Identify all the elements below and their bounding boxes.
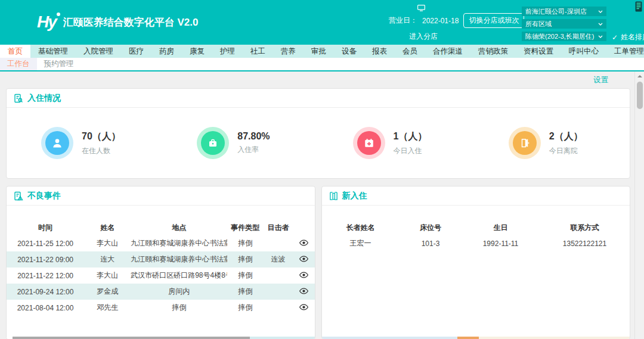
subnav-item-reservation-mgmt[interactable]: 预约管理 — [37, 58, 81, 70]
nav-item-work-orders[interactable]: 工单管理 — [606, 45, 644, 58]
building-icon[interactable] — [635, 1, 642, 12]
document-warning-icon — [14, 191, 23, 201]
settings-row: 设置 — [0, 71, 644, 88]
area-select[interactable]: 所有区域 — [522, 19, 606, 29]
nav-item-home[interactable]: 首页 — [0, 45, 30, 58]
stat-label: 在住人数 — [82, 146, 121, 156]
settings-link[interactable]: 设置 — [593, 75, 608, 85]
nav-item-members[interactable]: 会员 — [395, 45, 425, 58]
horizontal-scrollbar[interactable] — [7, 337, 315, 339]
col-contact: 联系方式 — [540, 220, 630, 235]
nav-item-partner-channels[interactable]: 合作渠道 — [425, 45, 470, 58]
enter-store-link[interactable]: 进入分店 — [409, 32, 501, 42]
new-checkins-table: 长者姓名 床位号 生日 联系方式 王宏一 101-3 1992-11-11 13… — [322, 220, 630, 251]
stat-label: 今日入住 — [394, 146, 428, 156]
col-witness: 目击者 — [263, 220, 293, 235]
stat-today-discharges: 2（人） 今日离院 — [474, 127, 630, 159]
nav-item-admission-mgmt[interactable]: 入院管理 — [76, 45, 121, 58]
logo-dot-icon — [57, 13, 60, 16]
eye-icon — [299, 240, 308, 246]
col-time: 时间 — [7, 220, 84, 235]
table-header-row: 长者姓名 床位号 生日 联系方式 — [322, 220, 630, 235]
nav-item-approval[interactable]: 审批 — [304, 45, 334, 58]
nav-item-call-center[interactable]: 呼叫中心 — [561, 45, 606, 58]
logo: Hy 汇颐医养结合数字化平台 V2.0 — [37, 13, 199, 31]
logo-mark: Hy — [37, 13, 56, 31]
business-day-label: 营业日： — [389, 15, 417, 26]
col-birthday: 生日 — [462, 220, 540, 235]
view-event-button[interactable] — [299, 304, 308, 310]
check-icon: ✓ — [612, 33, 618, 42]
eye-icon — [299, 304, 308, 310]
eye-icon — [299, 256, 308, 262]
nav-item-equipment[interactable]: 设备 — [334, 45, 364, 58]
person-icon — [51, 137, 63, 149]
view-event-button[interactable] — [299, 272, 308, 278]
nav-item-data-settings[interactable]: 资料设置 — [516, 45, 561, 58]
briefcase-icon — [208, 138, 218, 148]
stat-today-checkins: 1（人） 今日入住 — [318, 127, 474, 159]
new-checkins-header: 新入住 — [322, 186, 630, 206]
scroll-up-button[interactable] — [635, 71, 644, 80]
calendar-icon — [364, 138, 374, 148]
scroll-up-icon — [637, 75, 642, 77]
occupancy-panel: 入住情况 70（人） 在住人数 87.80% 入住率 — [6, 88, 630, 179]
store-select[interactable]: 前海汇颐公司-深圳店 — [522, 7, 606, 16]
nav-item-pharmacy[interactable]: 药房 — [151, 45, 182, 58]
switch-store-shift-button[interactable]: 切换分店或班次 — [463, 13, 524, 28]
occupancy-panel-title: 入住情况 — [27, 93, 61, 104]
subnav-item-workbench[interactable]: 工作台 — [0, 58, 37, 70]
nav-item-nursing[interactable]: 护理 — [212, 45, 243, 58]
scrollbar-thumb[interactable] — [637, 82, 643, 109]
header-selects: 前海汇颐公司-深圳店 所有区域 陈德荣(202-3,长期居住) — [522, 7, 606, 41]
col-place: 地点 — [131, 220, 227, 235]
table-row: 王宏一 101-3 1992-11-11 13522122121 — [322, 235, 630, 251]
stat-value: 2（人） — [549, 130, 583, 143]
panels-row: 不良事件 时间 姓名 地点 事件类型 目击者 2021-11-2 — [6, 186, 630, 339]
nav-item-medical[interactable]: 医疗 — [121, 45, 151, 58]
view-event-button[interactable] — [299, 256, 308, 262]
nav-item-marketing-policy[interactable]: 营销政策 — [470, 45, 516, 58]
col-name: 姓名 — [84, 220, 131, 235]
new-checkins-title: 新入住 — [342, 191, 367, 201]
resident-select[interactable]: 陈德荣(202-3,长期居住) — [522, 32, 606, 41]
stat-label: 入住率 — [237, 145, 270, 155]
view-event-button[interactable] — [299, 288, 308, 294]
col-elder-name: 长者姓名 — [322, 220, 400, 235]
adverse-events-header: 不良事件 — [7, 186, 315, 206]
stat-label: 今日离院 — [549, 146, 583, 156]
business-day-value: 2022-01-18 — [422, 17, 459, 25]
horizontal-scrollbar[interactable] — [322, 337, 630, 339]
name-sort-checkbox[interactable]: ✓ 姓名排序 — [612, 32, 644, 42]
occupancy-stats: 70（人） 在住人数 87.80% 入住率 1（人） — [7, 108, 630, 178]
nav-item-reports[interactable]: 报表 — [364, 45, 395, 58]
chevron-down-icon — [598, 10, 603, 13]
nav-item-basic-mgmt[interactable]: 基础管理 — [30, 45, 76, 58]
table-row: 2021-11-25 12:00 李大山 九江颐和赛城湖康养中心书法室 摔倒 — [7, 235, 315, 251]
occupancy-panel-header: 入住情况 — [7, 89, 630, 108]
app-title: 汇颐医养结合数字化平台 V2.0 — [63, 15, 199, 29]
col-event-type: 事件类型 — [227, 220, 263, 235]
view-event-button[interactable] — [299, 240, 308, 246]
monitor-icon — [417, 5, 425, 11]
chevron-down-icon — [598, 35, 603, 38]
stat-value: 87.80% — [237, 131, 270, 142]
business-day-block: 营业日：2022-01-18 切换分店或班次 进入分店 — [389, 5, 501, 42]
new-checkins-panel: 新入住 长者姓名 床位号 生日 联系方式 王宏一 101-3 19 — [321, 186, 631, 339]
table-row: 2021-08-04 12:00 邓先生 摔倒 摔倒 — [7, 300, 315, 316]
eye-icon — [299, 272, 308, 278]
stat-value: 70（人） — [82, 130, 121, 143]
document-search-icon — [14, 94, 23, 103]
table-row: 2021-11-22 12:00 李大山 武汉市硚口区硚口路98号4楼8号 摔倒 — [7, 268, 315, 284]
col-actions — [293, 220, 314, 235]
table-row: 2021-09-24 12:00 罗金成 房间内 摔倒 — [7, 284, 315, 300]
vertical-scrollbar[interactable] — [634, 71, 644, 339]
nav-item-social-work[interactable]: 社工 — [243, 45, 273, 58]
door-icon — [329, 191, 338, 201]
stat-value: 1（人） — [394, 130, 428, 143]
table-header-row: 时间 姓名 地点 事件类型 目击者 — [7, 220, 315, 235]
nav-item-nutrition[interactable]: 营养 — [273, 45, 304, 58]
nav-item-rehab[interactable]: 康复 — [182, 45, 212, 58]
name-sort-label: 姓名排序 — [621, 32, 644, 42]
adverse-events-table: 时间 姓名 地点 事件类型 目击者 2021-11-25 12:00 李大山 九… — [7, 220, 315, 316]
